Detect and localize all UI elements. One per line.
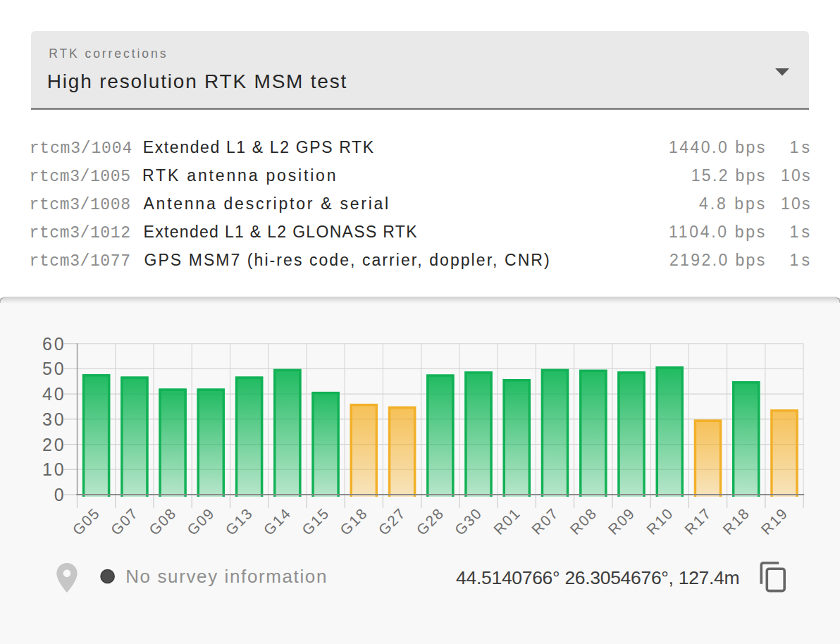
svg-text:RTK antenna position: RTK antenna position	[142, 166, 335, 185]
svg-text:rtcm3/1077: rtcm3/1077	[30, 252, 131, 271]
svg-text:0: 0	[54, 485, 64, 504]
svg-text:1s: 1s	[790, 251, 810, 269]
svg-text:10s: 10s	[781, 194, 810, 213]
svg-text:15.2 bps: 15.2 bps	[691, 166, 765, 185]
svg-text:10s: 10s	[781, 166, 810, 185]
svg-text:No survey information: No survey information	[125, 566, 326, 587]
svg-text:4.8 bps: 4.8 bps	[699, 194, 765, 213]
svg-text:Extended L1 & L2 GLONASS RTK: Extended L1 & L2 GLONASS RTK	[144, 223, 418, 241]
svg-text:Antenna descriptor & serial: Antenna descriptor & serial	[144, 194, 389, 213]
svg-text:2192.0 bps: 2192.0 bps	[669, 251, 765, 269]
svg-text:1440.0 bps: 1440.0 bps	[669, 138, 765, 156]
svg-text:rtcm3/1004: rtcm3/1004	[30, 140, 132, 158]
svg-text:1s: 1s	[790, 223, 810, 241]
svg-text:rtcm3/1012: rtcm3/1012	[30, 224, 131, 242]
svg-text:1s: 1s	[790, 138, 810, 156]
svg-text:rtcm3/1008: rtcm3/1008	[30, 196, 131, 214]
svg-text:1104.0 bps: 1104.0 bps	[669, 223, 765, 241]
svg-text:GPS MSM7 (hi-res code, carrier: GPS MSM7 (hi-res code, carrier, doppler,…	[144, 251, 550, 269]
svg-text:44.5140766° 26.3054676°, 127.4: 44.5140766° 26.3054676°, 127.4m	[456, 567, 740, 588]
svg-text:rtcm3/1005: rtcm3/1005	[30, 168, 131, 186]
svg-text:Extended L1 & L2 GPS RTK: Extended L1 & L2 GPS RTK	[143, 138, 374, 156]
